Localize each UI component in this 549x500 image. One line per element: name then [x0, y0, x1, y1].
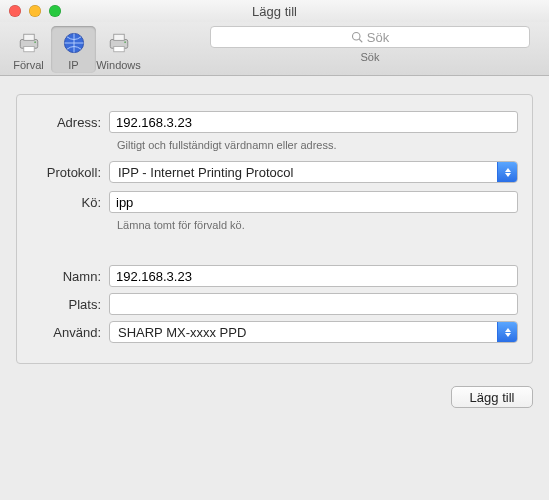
window-controls [0, 5, 61, 17]
use-value: SHARP MX-xxxx PPD [118, 325, 246, 340]
window-title: Lägg till [0, 4, 549, 19]
protocol-value: IPP - Internet Printing Protocol [118, 165, 293, 180]
toolbar-search-wrap: Sök Sök [201, 26, 539, 63]
location-field[interactable] [109, 293, 518, 315]
printer-icon [105, 29, 133, 57]
zoom-icon[interactable] [49, 5, 61, 17]
protocol-label: Protokoll: [31, 165, 109, 180]
search-input[interactable]: Sök [210, 26, 530, 48]
toolbar-item-windows[interactable]: Windows [96, 26, 141, 73]
svg-rect-6 [113, 34, 124, 40]
footer: Lägg till [0, 376, 549, 422]
search-icon [351, 31, 363, 43]
chevron-updown-icon [497, 162, 517, 182]
svg-line-10 [359, 39, 362, 42]
svg-point-9 [352, 33, 360, 41]
use-label: Använd: [31, 325, 109, 340]
add-button[interactable]: Lägg till [451, 386, 533, 408]
name-label: Namn: [31, 269, 109, 284]
queue-label: Kö: [31, 195, 109, 210]
toolbar-item-label: Windows [96, 59, 141, 71]
svg-point-8 [124, 41, 126, 43]
toolbar-item-label: IP [68, 59, 78, 71]
printer-icon [15, 29, 43, 57]
svg-rect-7 [113, 47, 124, 52]
toolbar-item-label: Förval [13, 59, 44, 71]
name-field[interactable] [109, 265, 518, 287]
toolbar: Förval IP Windows Sök [0, 22, 549, 76]
titlebar: Lägg till [0, 0, 549, 22]
toolbar-items: Förval IP Windows [6, 26, 141, 73]
close-icon[interactable] [9, 5, 21, 17]
globe-icon [60, 29, 88, 57]
minimize-icon[interactable] [29, 5, 41, 17]
queue-hint: Lämna tomt för förvald kö. [117, 219, 518, 231]
location-label: Plats: [31, 297, 109, 312]
use-select[interactable]: SHARP MX-xxxx PPD [109, 321, 518, 343]
address-field[interactable] [109, 111, 518, 133]
content: Adress: Giltigt och fullständigt värdnam… [0, 76, 549, 376]
queue-field[interactable] [109, 191, 518, 213]
chevron-updown-icon [497, 322, 517, 342]
toolbar-item-default[interactable]: Förval [6, 26, 51, 73]
search-sublabel: Sök [361, 51, 380, 63]
svg-point-3 [34, 41, 36, 43]
svg-rect-2 [23, 47, 34, 52]
toolbar-item-ip[interactable]: IP [51, 26, 96, 73]
address-label: Adress: [31, 115, 109, 130]
protocol-select[interactable]: IPP - Internet Printing Protocol [109, 161, 518, 183]
search-placeholder: Sök [367, 30, 389, 45]
form-panel: Adress: Giltigt och fullständigt värdnam… [16, 94, 533, 364]
address-hint: Giltigt och fullständigt värdnamn eller … [117, 139, 518, 151]
svg-rect-1 [23, 34, 34, 40]
